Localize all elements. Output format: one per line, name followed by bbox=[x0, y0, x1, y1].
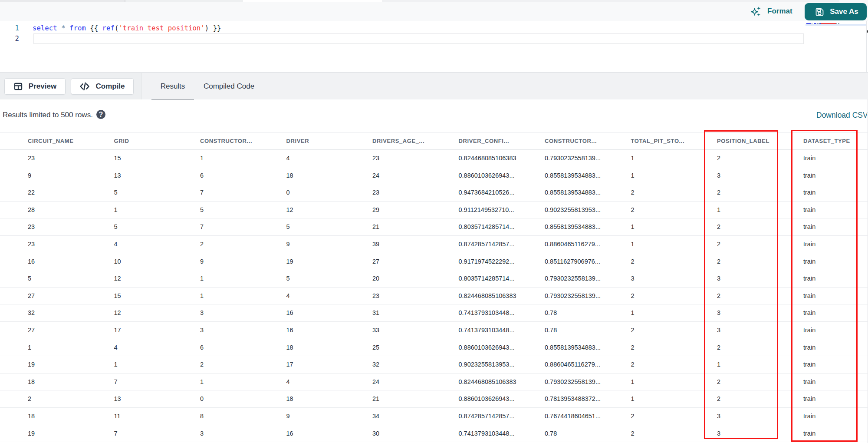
table-cell: 1 bbox=[631, 167, 635, 184]
minimap-current-line bbox=[806, 24, 867, 26]
table-row: 2717316330.7413793103448...0.7823train bbox=[0, 322, 868, 339]
table-cell: 2 bbox=[631, 408, 635, 425]
table-cell: 1 bbox=[717, 202, 720, 218]
table-cell: 17 bbox=[114, 322, 121, 339]
table-cell: 23 bbox=[372, 288, 379, 304]
table-cell: train bbox=[803, 184, 815, 201]
table-row: 191217320.9023255813953...0.886046511627… bbox=[0, 356, 868, 374]
editor-minimap[interactable] bbox=[806, 23, 867, 28]
column-header: DRIVER_CONFI... bbox=[459, 132, 510, 149]
code-token bbox=[57, 24, 61, 32]
tab-results[interactable]: Results bbox=[151, 73, 194, 100]
tab-compiled-code[interactable]: Compiled Code bbox=[194, 73, 264, 100]
table-cell: train bbox=[803, 167, 815, 184]
line-number-1: 1 bbox=[0, 23, 19, 33]
table-row: 51215200.8035714285714...0.7930232558139… bbox=[0, 270, 868, 288]
table-cell: 23 bbox=[372, 184, 379, 201]
table-cell: 1 bbox=[28, 339, 31, 356]
table-cell: 0.8860103626943... bbox=[459, 390, 515, 407]
table-cell: 7 bbox=[200, 184, 204, 201]
editor-header: Format Save As bbox=[0, 2, 868, 21]
table-cell: 18 bbox=[28, 374, 35, 390]
current-line-highlight[interactable] bbox=[33, 33, 804, 44]
table-cell: 0.9112149532710... bbox=[459, 202, 514, 218]
table-row: 271514230.8244680851063830.7930232558139… bbox=[0, 288, 868, 305]
column-header: DRIVER bbox=[286, 132, 309, 149]
sql-editor[interactable]: 1 2 select * from {{ ref('train_test_pos… bbox=[0, 21, 868, 73]
table-cell: 4 bbox=[114, 339, 118, 356]
table-cell: 25 bbox=[372, 339, 379, 356]
code-token: {{ bbox=[90, 24, 98, 32]
table-cell: 30 bbox=[372, 425, 379, 442]
table-cell: 0.8558139534883... bbox=[545, 184, 601, 201]
column-header: POSITION_LABEL bbox=[717, 132, 769, 149]
table-cell: train bbox=[803, 390, 815, 407]
table-cell: 16 bbox=[28, 253, 35, 270]
table-cell: 4 bbox=[286, 374, 290, 390]
table-cell: 39 bbox=[372, 236, 379, 253]
save-as-button[interactable]: Save As bbox=[805, 3, 867, 20]
format-button[interactable]: Format bbox=[750, 3, 792, 19]
table-cell: 1 bbox=[114, 202, 118, 218]
table-cell: 1 bbox=[200, 150, 204, 167]
table-cell: train bbox=[803, 253, 815, 270]
table-row: 197316300.7413793103448...0.7823train bbox=[0, 425, 868, 443]
table-cell: 2 bbox=[200, 236, 204, 253]
table-cell: 27 bbox=[28, 288, 35, 304]
table-cell: 0.8860103626943... bbox=[459, 339, 515, 356]
table-cell: 0.7813953488372... bbox=[545, 390, 601, 407]
column-header: DATASET_TYPE bbox=[803, 132, 850, 149]
column-header: DRIVERS_AGE_... bbox=[372, 132, 424, 149]
table-cell: 1 bbox=[631, 150, 635, 167]
scrollbar-thumb[interactable] bbox=[867, 30, 868, 33]
table-cell: 5 bbox=[286, 270, 290, 287]
preview-button[interactable]: Preview bbox=[4, 78, 66, 95]
table-cell: 0.9171974522292... bbox=[459, 253, 515, 270]
table-cell: 1 bbox=[200, 374, 204, 390]
table-cell: 31 bbox=[372, 304, 379, 321]
code-token: }} bbox=[213, 24, 221, 32]
table-cell: 20 bbox=[372, 270, 379, 287]
table-cell: 2 bbox=[631, 322, 635, 339]
code-token bbox=[86, 24, 90, 32]
table-cell: 0.9023255813953... bbox=[459, 356, 515, 373]
table-cell: 2 bbox=[717, 339, 720, 356]
table-cell: 16 bbox=[286, 425, 293, 442]
table-cell: 24 bbox=[372, 167, 379, 184]
code-token: ( bbox=[115, 24, 118, 32]
table-header-row: CIRCUIT_NAMEGRIDCONSTRUCTOR...DRIVERDRIV… bbox=[0, 132, 868, 150]
table-cell: train bbox=[803, 374, 815, 390]
table-cell: 0.8558139534883... bbox=[545, 218, 601, 235]
table-cell: 2 bbox=[631, 339, 635, 356]
table-cell: 2 bbox=[631, 356, 635, 373]
table-cell: 10 bbox=[114, 253, 121, 270]
table-cell: 13 bbox=[114, 167, 121, 184]
table-cell: 17 bbox=[286, 356, 293, 373]
table-cell: 0.7413793103448... bbox=[459, 425, 515, 442]
table-cell: 0.78 bbox=[545, 304, 557, 321]
table-cell: 7 bbox=[114, 425, 118, 442]
results-right-border bbox=[867, 99, 868, 443]
table-cell: 2 bbox=[717, 288, 720, 304]
download-csv-link[interactable]: Download CSV bbox=[816, 111, 868, 120]
table-cell: 5 bbox=[114, 184, 118, 201]
table-cell: 27 bbox=[372, 253, 379, 270]
column-header: CONSTRUCTOR... bbox=[545, 132, 597, 149]
save-as-label: Save As bbox=[830, 7, 858, 16]
table-row: 1610919270.9171974522292...0.85116279069… bbox=[0, 253, 868, 271]
compile-button[interactable]: Compile bbox=[71, 78, 134, 95]
results-limit-note: Results limited to 500 rows. bbox=[3, 111, 93, 119]
table-cell: 3 bbox=[200, 425, 204, 442]
table-row: 23429390.8742857142857...0.8860465116279… bbox=[0, 236, 868, 253]
table-cell: 2 bbox=[717, 253, 720, 270]
minimap-code-dash bbox=[836, 23, 837, 24]
table-cell: 12 bbox=[114, 304, 121, 321]
table-cell: 2 bbox=[200, 356, 204, 373]
code-line-1[interactable]: select * from {{ ref('train_test_positio… bbox=[33, 23, 221, 33]
table-cell: 6 bbox=[200, 167, 204, 184]
table-cell: 16 bbox=[286, 304, 293, 321]
format-label: Format bbox=[767, 7, 792, 16]
table-cell: 5 bbox=[286, 218, 290, 235]
help-icon[interactable]: ? bbox=[96, 110, 105, 119]
table-cell: 9 bbox=[28, 167, 31, 184]
